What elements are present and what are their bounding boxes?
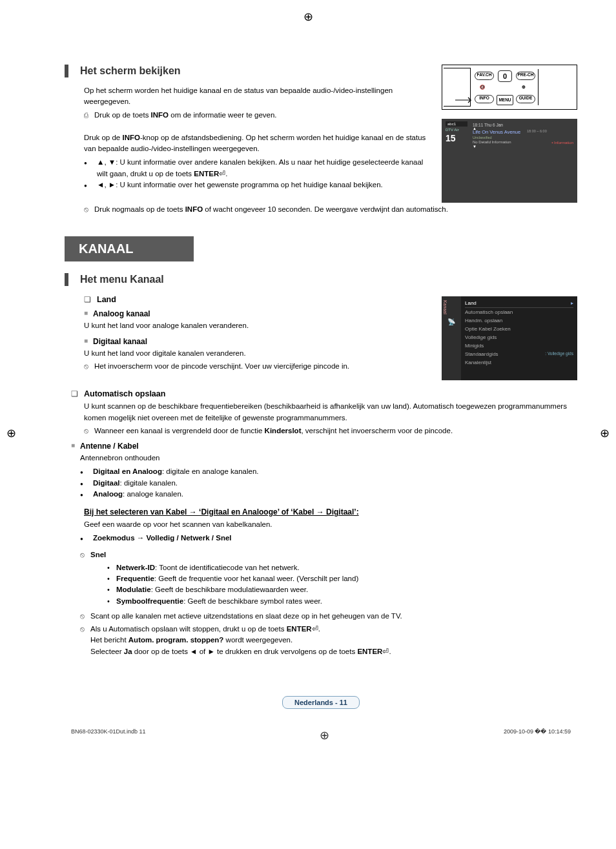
body-text: Snel <box>90 551 106 558</box>
menu-item: Optie Kabel Zoeken <box>465 325 573 333</box>
footer-left: BN68-02330K-01Dut.indb 11 <box>71 728 146 742</box>
arrow-to-info-icon <box>455 96 475 104</box>
osd-extra: No Detaild Information <box>473 140 511 144</box>
body-text: Druk nogmaals op de toets INFO of wacht … <box>94 204 577 215</box>
list-item: ▲, ▼: U kunt informatie over andere kana… <box>84 157 429 179</box>
menu-item: Minigids <box>465 342 573 350</box>
remote-illustration: FAV.CH 0 PRE-CH 🔇 ⊕ INFO MENU GUIDE abc1… <box>442 65 577 203</box>
q-icon: ❏ <box>71 389 84 398</box>
crop-mark-right: ⊕ <box>600 426 610 440</box>
subsubhead: ■ Antenne / Kabel <box>71 442 577 451</box>
crop-mark-top: ⊕ <box>303 10 313 24</box>
list-item: Modulatie: Geeft de beschikbare modulati… <box>107 584 577 595</box>
list-item: Frequentie: Geeft de frequentie voor het… <box>107 573 577 584</box>
section-tab-icon <box>65 273 68 286</box>
subhead-land: ❏ Land <box>84 295 429 304</box>
osd-timespan: 18:00 ~ 6:00 <box>527 129 547 133</box>
note-icon: ⦸ <box>84 425 94 436</box>
note-icon: ⦸ <box>80 611 90 622</box>
osd-datetime: 18:11 Thu 6 Jan <box>473 123 503 127</box>
menu-selected-item: Land <box>465 300 477 306</box>
crop-mark-bottom: ⊕ <box>320 728 329 742</box>
menu-item: Automatisch opslaan <box>465 308 573 316</box>
sidebar-dish-icon: 📡 <box>442 318 461 325</box>
page-number: Nederlands - 11 <box>282 696 360 709</box>
crop-mark-left: ⊕ <box>6 426 16 440</box>
note-icon: ⦸ <box>80 624 90 635</box>
remote-plus-icon: ⊕ <box>518 85 529 92</box>
osd-channel-number: 15 <box>446 133 456 143</box>
menu-item: Standaardgids <box>465 351 498 357</box>
square-icon: ■ <box>84 309 93 316</box>
remote-btn-info: INFO <box>475 95 494 103</box>
list-item: Digitaal en Analoog: digitale en analoge… <box>80 466 577 477</box>
list-item: Zoekmodus → Volledig / Netwerk / Snel <box>80 533 577 544</box>
body-text: Het invoerscherm voor de pincode verschi… <box>94 361 429 372</box>
osd-info-label: ▪ Information <box>551 141 573 145</box>
remote-mute-icon: 🔇 <box>477 85 488 92</box>
list-item: Symboolfrequentie: Geeft de beschikbare … <box>107 596 577 607</box>
menu-item: Kanalenlijst <box>465 358 573 367</box>
remote-btn-zero: 0 <box>498 70 512 82</box>
remote-btn-prech: PRE-CH <box>516 72 535 80</box>
list-item: Netwerk-ID: Toont de identificatiecode v… <box>107 562 577 573</box>
square-icon: ■ <box>71 442 80 449</box>
list-item: ◄, ►: U kunt informatie over het gewenst… <box>84 179 429 190</box>
subsubhead: ■ Digitaal kanaal <box>84 337 429 346</box>
footer-right: 2009-10-09 �� 10:14:59 <box>504 728 571 742</box>
body-text: Scant op alle kanalen met actieve uitzen… <box>90 611 577 622</box>
footer: BN68-02330K-01Dut.indb 11 ⊕ 2009-10-09 �… <box>65 728 577 742</box>
note-icon: ⦸ <box>84 361 94 372</box>
body-text: Wanneer een kanaal is vergrendeld door d… <box>94 425 577 436</box>
list-item: Analoog: analoge kanalen. <box>80 489 577 500</box>
remote-btn-menu: MENU <box>497 95 513 105</box>
subsubhead: ■ Analoog kanaal <box>84 309 429 318</box>
remote-diagram: FAV.CH 0 PRE-CH 🔇 ⊕ INFO MENU GUIDE <box>442 65 577 110</box>
menu-item: Handm. opslaan <box>465 316 573 325</box>
body-text: Als u Automatisch opslaan wilt stoppen, … <box>90 624 577 657</box>
section-title: Het scherm bekijken <box>80 65 181 77</box>
list-item: Digitaal: digitale kanalen. <box>80 478 577 489</box>
section-title: Het menu Kanaal <box>80 274 164 285</box>
osd-source: DTV Air <box>446 128 459 132</box>
section-header-screen: Het scherm bekijken <box>65 65 429 77</box>
section-header-menu: Het menu Kanaal <box>65 273 577 286</box>
body-text: Druk op de toets INFO om de informatie w… <box>94 110 429 121</box>
subhead-auto: ❏ Automatisch opslaan <box>71 389 577 398</box>
section-tab-icon <box>65 65 68 77</box>
right-arrow-icon: ▸ <box>571 300 573 306</box>
q-icon: ❏ <box>84 295 97 304</box>
underline-heading: Bij het selecteren van Kabel → ‘Digitaal… <box>84 507 577 517</box>
body-text: Geef een waarde op voor het scannen van … <box>84 519 577 530</box>
body-text: U kunt scannen op de beschikbare frequen… <box>84 401 577 424</box>
down-arrow-icon: ▼ <box>473 145 477 148</box>
menu-item: Volledige gids <box>465 333 573 342</box>
menu-item-value: : Volledige gids <box>545 351 573 357</box>
up-arrow-icon: ▲ <box>473 127 477 130</box>
note-icon: ⦸ <box>80 549 90 560</box>
osd-preview: abc1 DTV Air 15 18:11 Thu 6 Jan Life On … <box>442 119 577 203</box>
remote-body-outline-right <box>538 69 575 105</box>
menu-screenshot: Kanaal 📡 Land ▸ Automatisch opslaan Hand… <box>442 296 577 380</box>
osd-channel-tag: abc1 <box>446 121 467 127</box>
osd-rating: Unclassified <box>473 136 492 139</box>
menu-preview: Kanaal 📡 Land ▸ Automatisch opslaan Hand… <box>442 296 577 380</box>
chapter-banner: KANAAL <box>65 236 194 261</box>
remote-btn-guide: GUIDE <box>516 95 535 103</box>
remote-btn-favch: FAV.CH <box>475 72 494 80</box>
osd-program-title: Life On Venus Avenue <box>473 129 520 135</box>
remote-note-icon: ⎙ <box>84 110 94 121</box>
body-text: Antennebron onthouden <box>80 453 577 464</box>
square-icon: ■ <box>84 337 93 344</box>
note-icon: ⦸ <box>84 204 94 215</box>
menu-sidebar: Kanaal 📡 <box>442 296 461 380</box>
